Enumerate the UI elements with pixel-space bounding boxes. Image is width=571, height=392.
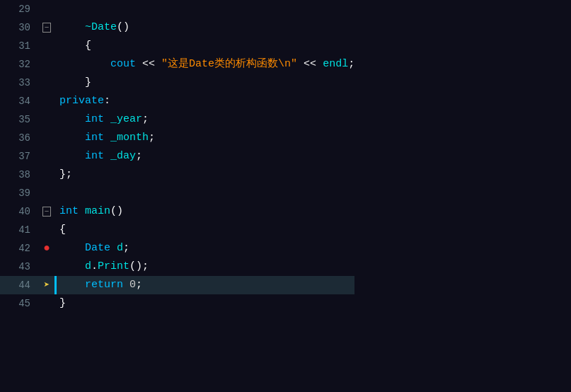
line-content: int main() <box>57 202 354 221</box>
line-indicator-empty <box>39 110 54 129</box>
line-content: } <box>57 74 354 92</box>
code-line-30: 30− ~Date() <box>0 18 354 37</box>
line-number: 35 <box>0 110 39 129</box>
line-content <box>57 184 354 202</box>
code-editor: 2930− ~Date()31 {32 cout << "这是Date类的析构函… <box>0 0 571 392</box>
line-number: 37 <box>0 147 39 166</box>
code-line-33: 33 } <box>0 74 354 92</box>
line-indicator-empty <box>39 55 54 74</box>
line-content: }; <box>57 166 354 184</box>
code-line-39: 39 <box>0 184 354 202</box>
line-number: 39 <box>0 184 39 202</box>
code-line-37: 37 int _day; <box>0 147 354 166</box>
breakpoint-icon[interactable]: ● <box>39 239 54 258</box>
line-indicator-empty <box>39 258 54 276</box>
line-number: 31 <box>0 37 39 55</box>
line-content <box>57 0 354 18</box>
line-indicator-empty <box>39 147 54 166</box>
line-content: int _month; <box>57 129 354 147</box>
line-indicator-empty <box>39 92 54 110</box>
code-line-32: 32 cout << "这是Date类的析构函数\n" << endl; <box>0 55 354 74</box>
current-line-arrow-icon: ➤ <box>39 276 54 294</box>
collapse-icon[interactable]: − <box>39 18 54 37</box>
line-content: Date d; <box>57 239 354 258</box>
code-line-43: 43 d.Print(); <box>0 258 354 276</box>
line-indicator-empty <box>39 166 54 184</box>
line-content: return 0; <box>57 276 354 294</box>
code-line-38: 38}; <box>0 166 354 184</box>
line-number: 30 <box>0 18 39 37</box>
line-number: 43 <box>0 258 39 276</box>
line-number: 32 <box>0 55 39 74</box>
line-content: int _day; <box>57 147 354 166</box>
line-number: 34 <box>0 92 39 110</box>
code-area: 2930− ~Date()31 {32 cout << "这是Date类的析构函… <box>0 0 571 392</box>
code-line-45: 45} <box>0 294 354 313</box>
line-number: 41 <box>0 221 39 239</box>
line-indicator-empty <box>39 221 54 239</box>
code-line-36: 36 int _month; <box>0 129 354 147</box>
code-line-35: 35 int _year; <box>0 110 354 129</box>
line-indicator-empty <box>39 294 54 313</box>
line-number: 36 <box>0 129 39 147</box>
line-indicator-empty <box>39 37 54 55</box>
line-number: 33 <box>0 74 39 92</box>
code-line-31: 31 { <box>0 37 354 55</box>
line-content: d.Print(); <box>57 258 354 276</box>
line-number: 45 <box>0 294 39 313</box>
line-content: int _year; <box>57 110 354 129</box>
line-number: 29 <box>0 0 39 18</box>
code-line-41: 41{ <box>0 221 354 239</box>
code-line-34: 34private: <box>0 92 354 110</box>
line-number: 42 <box>0 239 39 258</box>
line-content: private: <box>57 92 354 110</box>
line-content: { <box>57 37 354 55</box>
line-content: } <box>57 294 354 313</box>
code-line-29: 29 <box>0 0 354 18</box>
code-line-40: 40−int main() <box>0 202 354 221</box>
collapse-icon[interactable]: − <box>39 202 54 221</box>
line-number: 40 <box>0 202 39 221</box>
code-line-42: 42● Date d; <box>0 239 354 258</box>
line-number: 38 <box>0 166 39 184</box>
line-content: cout << "这是Date类的析构函数\n" << endl; <box>57 55 354 74</box>
line-indicator-empty <box>39 129 54 147</box>
line-indicator-empty <box>39 74 54 92</box>
code-line-44: 44➤ return 0; <box>0 276 354 294</box>
line-indicator-empty <box>39 0 54 18</box>
line-indicator-empty <box>39 184 54 202</box>
line-content: { <box>57 221 354 239</box>
line-content: ~Date() <box>57 18 354 37</box>
line-number: 44 <box>0 276 39 294</box>
